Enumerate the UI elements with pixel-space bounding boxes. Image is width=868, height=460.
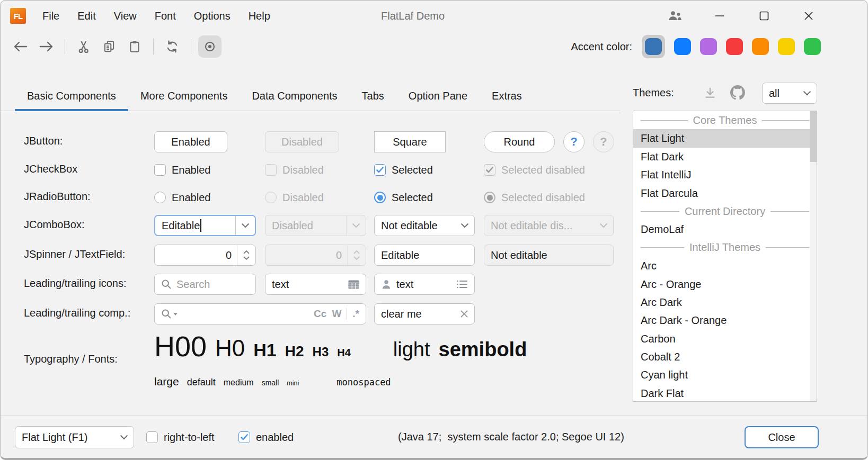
paste-button[interactable] [123, 35, 146, 58]
menu-font[interactable]: Font [146, 10, 185, 22]
github-link[interactable] [730, 85, 745, 100]
radio-selected[interactable]: Selected [374, 191, 433, 204]
menu-help[interactable]: Help [240, 10, 279, 22]
refresh-button[interactable] [161, 35, 184, 58]
jbutton-row-label: JButton: [24, 135, 63, 147]
download-theme-button[interactable] [703, 86, 717, 100]
editable-textfield[interactable]: Editable [374, 245, 475, 266]
hover-effects-toggle[interactable] [198, 35, 222, 58]
spinner-value[interactable]: 0 [155, 249, 237, 261]
combobox-editor[interactable]: Editable [155, 219, 235, 232]
chevron-down-icon[interactable] [236, 223, 255, 228]
menu-view[interactable]: View [105, 10, 146, 22]
theme-item-flat-intellij[interactable]: Flat IntelliJ [633, 166, 817, 184]
radio-selected-disabled: Selected disabled [484, 191, 585, 204]
chevron-down-icon[interactable] [455, 223, 474, 228]
themes-scrollbar-thumb[interactable] [810, 111, 817, 162]
chevron-down-icon [173, 313, 178, 315]
themes-scrollbar[interactable] [810, 111, 817, 401]
copy-button[interactable] [98, 35, 121, 58]
tab-extras[interactable]: Extras [480, 81, 534, 111]
accent-swatch-selected-wrap [642, 35, 665, 58]
tab-bar: Basic Components More Components Data Co… [1, 81, 621, 111]
typo-h3: H3 [313, 345, 329, 359]
tab-data-components[interactable]: Data Components [240, 81, 349, 111]
search-with-menu-button[interactable] [161, 309, 178, 319]
minimize-button[interactable] [707, 4, 732, 28]
accent-swatch-purple[interactable] [700, 38, 717, 55]
runtime-info: (Java 17; system scale factor 2.0; Segoe… [398, 431, 624, 443]
accent-swatch-blue[interactable] [674, 38, 691, 55]
textfield-leading-trailing-icons[interactable]: text [374, 274, 475, 295]
typo-monospaced: monospaced [336, 377, 391, 387]
forward-button[interactable] [34, 35, 58, 58]
text-caret [200, 219, 201, 232]
spinner-up-down-icon [243, 249, 250, 261]
whole-word-button[interactable]: W [332, 308, 341, 320]
theme-item-demolaf[interactable]: DemoLaf [633, 220, 817, 238]
tab-more-components[interactable]: More Components [128, 81, 240, 111]
radio-label: Disabled [282, 192, 324, 204]
accent-swatch-default[interactable] [645, 38, 662, 55]
theme-item-cyan-light[interactable]: Cyan light [633, 366, 817, 384]
laf-selector-combobox[interactable]: Flat Light (F1) [15, 426, 134, 448]
editable-combobox[interactable]: Editable [154, 215, 256, 236]
typo-default: default [187, 377, 216, 388]
theme-item-cobalt-2[interactable]: Cobalt 2 [633, 348, 817, 366]
theme-item-dark-flat[interactable]: Dark Flat [633, 384, 817, 402]
checkbox-selected[interactable]: Selected [374, 163, 433, 177]
maximize-button[interactable] [752, 4, 776, 28]
accent-swatch-red[interactable] [726, 38, 743, 55]
toolbar-separator [65, 39, 65, 55]
not-editable-combobox[interactable]: Not editable [374, 215, 475, 236]
users-icon[interactable] [663, 4, 687, 28]
github-icon [730, 85, 745, 100]
checkbox-label: right-to-left [164, 431, 215, 444]
menu-file[interactable]: File [33, 10, 68, 22]
radio-label: Selected disabled [501, 192, 585, 204]
themes-filter-combobox[interactable]: all [762, 83, 817, 104]
textfield-trailing-icon[interactable]: text [265, 274, 366, 295]
spinner[interactable]: 0 [154, 245, 256, 266]
checkbox-enabled[interactable]: Enabled [154, 163, 210, 177]
theme-item-flat-light[interactable]: Flat Light [633, 129, 810, 147]
theme-item-arc[interactable]: Arc [633, 257, 817, 275]
square-button[interactable]: Square [374, 131, 446, 152]
cut-button[interactable] [72, 35, 95, 58]
theme-item-arc-dark[interactable]: Arc Dark [633, 293, 817, 311]
match-case-button[interactable]: Cc [314, 308, 326, 320]
theme-item-arc-dark-orange[interactable]: Arc Dark - Orange [633, 311, 817, 329]
theme-item-flat-dark[interactable]: Flat Dark [633, 148, 817, 166]
chevron-down-icon [347, 223, 366, 228]
radio-enabled[interactable]: Enabled [154, 191, 210, 204]
menu-options[interactable]: Options [185, 10, 240, 22]
clearable-textfield[interactable]: clear me [374, 303, 475, 324]
close-button[interactable]: Close [745, 426, 819, 448]
search-field[interactable]: Search [154, 274, 256, 295]
search-field-with-controls[interactable]: Cc W .* [154, 303, 366, 324]
regex-button[interactable]: .* [352, 308, 359, 320]
jcheckbox-row-label: JCheckBox [24, 163, 77, 175]
menu-edit[interactable]: Edit [68, 10, 104, 22]
theme-item-carbon[interactable]: Carbon [633, 330, 817, 348]
accent-swatch-orange[interactable] [752, 38, 769, 55]
themes-filter-value: all [763, 87, 798, 100]
right-to-left-checkbox[interactable]: right-to-left [146, 430, 215, 444]
clear-icon[interactable] [460, 310, 468, 318]
spinner-arrows[interactable] [237, 245, 255, 265]
enabled-button[interactable]: Enabled [154, 131, 227, 152]
tab-basic-components[interactable]: Basic Components [15, 81, 128, 111]
help-button[interactable]: ? [563, 131, 584, 152]
close-window-button[interactable] [796, 4, 821, 28]
enabled-checkbox[interactable]: enabled [238, 430, 294, 444]
accent-swatch-green[interactable] [804, 38, 821, 55]
tab-option-pane[interactable]: Option Pane [396, 81, 480, 111]
theme-item-flat-darcula[interactable]: Flat Darcula [633, 184, 817, 202]
round-button[interactable]: Round [484, 131, 555, 152]
theme-item-arc-orange[interactable]: Arc - Orange [633, 275, 817, 293]
themes-separator: Current Directory [633, 202, 817, 220]
check-icon [241, 434, 248, 440]
accent-swatch-yellow[interactable] [778, 38, 795, 55]
back-button[interactable] [9, 35, 32, 58]
tab-tabs[interactable]: Tabs [350, 81, 396, 111]
